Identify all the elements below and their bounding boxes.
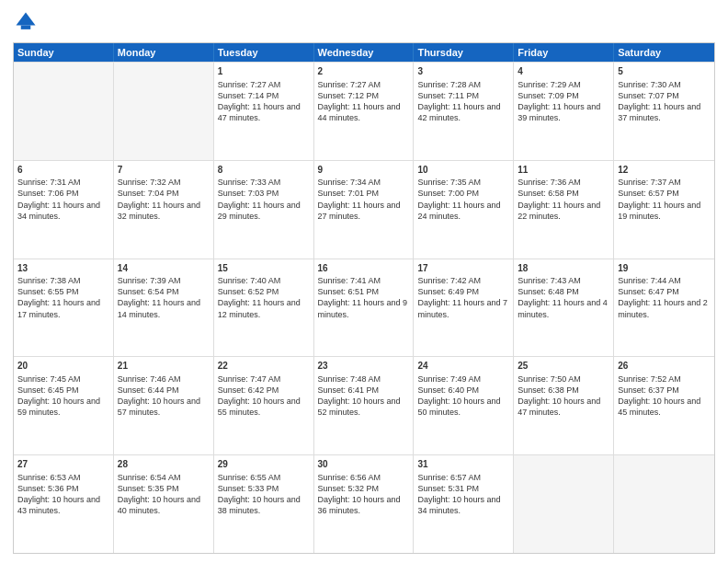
sunset-text: Sunset: 7:07 PM [618, 90, 711, 101]
sunset-text: Sunset: 7:12 PM [318, 90, 410, 101]
cal-cell: 9Sunrise: 7:34 AMSunset: 7:01 PMDaylight… [314, 161, 415, 259]
week-row-4: 20Sunrise: 7:45 AMSunset: 6:45 PMDayligh… [14, 356, 714, 454]
header-day-saturday: Saturday [614, 43, 714, 62]
sunrise-text: Sunrise: 6:54 AM [118, 472, 210, 483]
week-row-3: 13Sunrise: 7:38 AMSunset: 6:55 PMDayligh… [14, 259, 714, 357]
daylight-text: Daylight: 11 hours and 14 minutes. [118, 297, 210, 319]
cal-cell: 7Sunrise: 7:32 AMSunset: 7:04 PMDaylight… [114, 161, 214, 259]
logo [13, 9, 42, 35]
sunset-text: Sunset: 7:11 PM [417, 90, 509, 101]
daylight-text: Daylight: 11 hours and 17 minutes. [17, 297, 109, 319]
day-number: 26 [618, 360, 711, 373]
day-number: 11 [518, 164, 609, 177]
sunrise-text: Sunrise: 6:55 AM [218, 472, 310, 483]
cal-cell: 25Sunrise: 7:50 AMSunset: 6:38 PMDayligh… [514, 357, 614, 454]
daylight-text: Daylight: 11 hours and 19 minutes. [618, 200, 711, 222]
sunrise-text: Sunrise: 7:42 AM [417, 275, 509, 286]
cal-cell [614, 455, 714, 553]
cal-cell: 2Sunrise: 7:27 AMSunset: 7:12 PMDaylight… [314, 63, 415, 160]
day-number: 27 [17, 458, 109, 471]
daylight-text: Daylight: 10 hours and 40 minutes. [118, 494, 210, 516]
sunset-text: Sunset: 6:52 PM [218, 286, 310, 297]
daylight-text: Daylight: 11 hours and 2 minutes. [618, 297, 711, 319]
cal-cell: 13Sunrise: 7:38 AMSunset: 6:55 PMDayligh… [14, 259, 114, 357]
sunset-text: Sunset: 7:06 PM [17, 188, 109, 199]
day-number: 4 [518, 65, 609, 78]
daylight-text: Daylight: 11 hours and 22 minutes. [518, 200, 609, 222]
sunrise-text: Sunrise: 7:37 AM [618, 177, 711, 188]
svg-marker-0 [17, 13, 36, 26]
sunrise-text: Sunrise: 7:49 AM [417, 373, 509, 385]
cal-cell: 16Sunrise: 7:41 AMSunset: 6:51 PMDayligh… [314, 259, 415, 357]
cal-cell [114, 63, 214, 160]
calendar-header: SundayMondayTuesdayWednesdayThursdayFrid… [14, 43, 714, 62]
day-number: 12 [618, 164, 711, 177]
sunrise-text: Sunrise: 7:36 AM [518, 177, 609, 188]
sunset-text: Sunset: 6:49 PM [417, 286, 509, 297]
header-day-tuesday: Tuesday [214, 43, 314, 62]
sunrise-text: Sunrise: 6:56 AM [318, 472, 410, 483]
sunset-text: Sunset: 6:54 PM [118, 286, 210, 297]
sunrise-text: Sunrise: 7:43 AM [518, 275, 609, 286]
sunset-text: Sunset: 6:58 PM [518, 188, 609, 199]
day-number: 20 [17, 360, 109, 373]
sunrise-text: Sunrise: 7:39 AM [118, 275, 210, 286]
day-number: 18 [518, 262, 609, 275]
day-number: 22 [218, 360, 310, 373]
daylight-text: Daylight: 11 hours and 4 minutes. [518, 297, 609, 319]
cal-cell: 20Sunrise: 7:45 AMSunset: 6:45 PMDayligh… [14, 357, 114, 454]
sunset-text: Sunset: 7:04 PM [118, 188, 210, 199]
day-number: 13 [17, 262, 109, 275]
day-number: 8 [218, 164, 310, 177]
sunrise-text: Sunrise: 7:35 AM [417, 177, 509, 188]
sunrise-text: Sunrise: 7:52 AM [618, 373, 711, 385]
header-day-friday: Friday [514, 43, 614, 62]
sunset-text: Sunset: 5:31 PM [417, 483, 509, 494]
calendar: SundayMondayTuesdayWednesdayThursdayFrid… [13, 42, 715, 554]
cal-cell: 28Sunrise: 6:54 AMSunset: 5:35 PMDayligh… [114, 455, 214, 553]
sunset-text: Sunset: 6:47 PM [618, 286, 711, 297]
sunset-text: Sunset: 7:09 PM [518, 90, 609, 101]
daylight-text: Daylight: 11 hours and 42 minutes. [417, 101, 509, 123]
sunset-text: Sunset: 6:55 PM [17, 286, 109, 297]
sunset-text: Sunset: 5:35 PM [118, 483, 210, 494]
header-day-wednesday: Wednesday [314, 43, 415, 62]
sunset-text: Sunset: 7:00 PM [417, 188, 509, 199]
sunset-text: Sunset: 5:32 PM [318, 483, 410, 494]
sunset-text: Sunset: 6:41 PM [318, 385, 410, 396]
cal-cell: 29Sunrise: 6:55 AMSunset: 5:33 PMDayligh… [214, 455, 314, 553]
cal-cell: 10Sunrise: 7:35 AMSunset: 7:00 PMDayligh… [414, 161, 514, 259]
cal-cell: 30Sunrise: 6:56 AMSunset: 5:32 PMDayligh… [314, 455, 415, 553]
day-number: 14 [118, 262, 210, 275]
daylight-text: Daylight: 10 hours and 52 minutes. [318, 396, 410, 418]
sunrise-text: Sunrise: 7:41 AM [318, 275, 410, 286]
cal-cell: 18Sunrise: 7:43 AMSunset: 6:48 PMDayligh… [514, 259, 614, 357]
daylight-text: Daylight: 11 hours and 34 minutes. [17, 200, 109, 222]
week-row-2: 6Sunrise: 7:31 AMSunset: 7:06 PMDaylight… [14, 160, 714, 259]
sunrise-text: Sunrise: 6:57 AM [417, 472, 509, 483]
sunrise-text: Sunrise: 7:27 AM [218, 79, 310, 90]
sunrise-text: Sunrise: 7:50 AM [518, 373, 609, 385]
header-day-sunday: Sunday [14, 43, 114, 62]
sunrise-text: Sunrise: 7:32 AM [118, 177, 210, 188]
sunrise-text: Sunrise: 7:31 AM [17, 177, 109, 188]
header [13, 9, 715, 35]
day-number: 7 [118, 164, 210, 177]
sunset-text: Sunset: 7:14 PM [218, 90, 310, 101]
sunrise-text: Sunrise: 7:45 AM [17, 373, 109, 385]
daylight-text: Daylight: 11 hours and 39 minutes. [518, 101, 609, 123]
day-number: 2 [318, 65, 410, 78]
sunrise-text: Sunrise: 7:29 AM [518, 79, 609, 90]
daylight-text: Daylight: 10 hours and 34 minutes. [417, 494, 509, 516]
day-number: 21 [118, 360, 210, 373]
daylight-text: Daylight: 11 hours and 27 minutes. [318, 200, 410, 222]
day-number: 23 [318, 360, 410, 373]
cal-cell: 14Sunrise: 7:39 AMSunset: 6:54 PMDayligh… [114, 259, 214, 357]
sunrise-text: Sunrise: 7:46 AM [118, 373, 210, 385]
sunset-text: Sunset: 6:57 PM [618, 188, 711, 199]
sunset-text: Sunset: 6:44 PM [118, 385, 210, 396]
sunrise-text: Sunrise: 7:30 AM [618, 79, 711, 90]
cal-cell: 22Sunrise: 7:47 AMSunset: 6:42 PMDayligh… [214, 357, 314, 454]
daylight-text: Daylight: 11 hours and 29 minutes. [218, 200, 310, 222]
daylight-text: Daylight: 10 hours and 47 minutes. [518, 396, 609, 418]
